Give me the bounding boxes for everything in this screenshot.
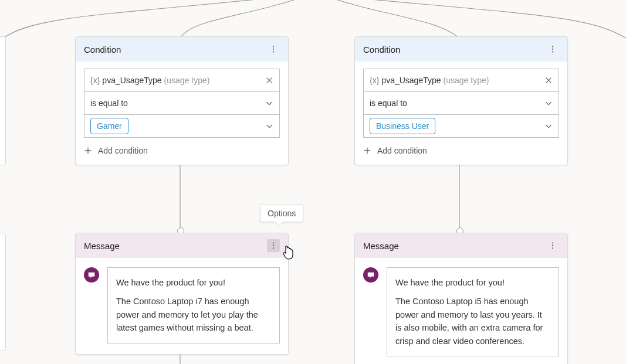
variable-name: pva_UsageType xyxy=(381,76,441,85)
message-card: Message We have the product for you! The… xyxy=(75,233,289,355)
clear-variable-icon[interactable] xyxy=(544,76,553,84)
more-options-button[interactable] xyxy=(267,239,280,252)
condition-title: Condition xyxy=(84,45,121,55)
vertical-dots-icon xyxy=(549,241,557,250)
bot-message-icon xyxy=(84,267,99,283)
svg-point-11 xyxy=(273,245,274,246)
svg-point-14 xyxy=(552,245,553,246)
plus-icon xyxy=(84,147,92,155)
offscreen-card-sliver xyxy=(0,36,6,165)
bot-message-icon xyxy=(363,267,378,283)
operator-dropdown[interactable]: is equal to xyxy=(84,91,279,114)
chevron-down-icon xyxy=(544,99,553,107)
value-pill: Business User xyxy=(370,118,435,134)
options-tooltip: Options xyxy=(260,205,303,222)
variable-type: (usage type) xyxy=(444,76,489,85)
message-card: Message We have the product for you! The… xyxy=(354,233,568,364)
chevron-down-icon xyxy=(544,122,553,130)
chevron-down-icon xyxy=(265,122,273,130)
variable-selector[interactable]: {x} pva_UsageType (usage type) xyxy=(364,69,559,91)
message-line: The Contoso Laptop i7 has enough power a… xyxy=(116,295,271,334)
variable-name: pva_UsageType xyxy=(102,76,161,85)
message-line: We have the product for you! xyxy=(116,276,271,289)
svg-point-13 xyxy=(552,242,553,243)
svg-point-15 xyxy=(552,247,553,249)
vertical-dots-icon xyxy=(269,241,278,250)
variable-icon: {x} xyxy=(90,76,100,85)
condition-title: Condition xyxy=(363,45,400,55)
message-line: We have the product for you! xyxy=(395,276,550,289)
svg-point-8 xyxy=(552,49,553,50)
svg-point-9 xyxy=(552,51,553,52)
operator-dropdown[interactable]: is equal to xyxy=(364,91,559,114)
svg-point-5 xyxy=(273,49,274,50)
more-options-button[interactable] xyxy=(546,43,559,56)
value-dropdown[interactable]: Business User xyxy=(364,114,559,137)
variable-selector[interactable]: {x} pva_UsageType (usage type) xyxy=(84,69,279,91)
variable-icon: {x} xyxy=(370,76,379,85)
add-condition-button[interactable]: Add condition xyxy=(363,146,559,155)
add-condition-button[interactable]: Add condition xyxy=(84,146,280,155)
svg-point-12 xyxy=(273,247,274,249)
more-options-button[interactable] xyxy=(546,239,559,252)
plus-icon xyxy=(363,147,371,155)
vertical-dots-icon xyxy=(549,45,557,53)
operator-label: is equal to xyxy=(90,98,128,108)
svg-point-10 xyxy=(273,242,274,243)
variable-type: (usage type) xyxy=(164,76,210,85)
message-line: The Contoso Laptop i5 has enough power a… xyxy=(395,295,550,348)
add-condition-label: Add condition xyxy=(98,146,148,155)
message-title: Message xyxy=(363,241,399,251)
clear-variable-icon[interactable] xyxy=(265,76,273,84)
add-condition-label: Add condition xyxy=(377,146,427,155)
svg-point-6 xyxy=(273,51,274,52)
condition-card: Condition {x} pva_UsageType (usage type)… xyxy=(75,36,289,165)
message-text[interactable]: We have the product for you! The Contoso… xyxy=(387,267,559,356)
more-options-button[interactable] xyxy=(267,43,280,56)
vertical-dots-icon xyxy=(269,45,278,53)
value-dropdown[interactable]: Gamer xyxy=(84,114,279,137)
value-pill: Gamer xyxy=(90,118,128,134)
svg-point-4 xyxy=(273,46,274,47)
svg-point-7 xyxy=(552,46,553,47)
condition-card: Condition {x} pva_UsageType (usage type)… xyxy=(354,36,568,165)
operator-label: is equal to xyxy=(370,98,407,108)
chevron-down-icon xyxy=(265,99,273,107)
offscreen-card-sliver xyxy=(0,233,6,351)
message-text[interactable]: We have the product for you! The Contoso… xyxy=(107,267,280,343)
message-title: Message xyxy=(84,241,120,251)
